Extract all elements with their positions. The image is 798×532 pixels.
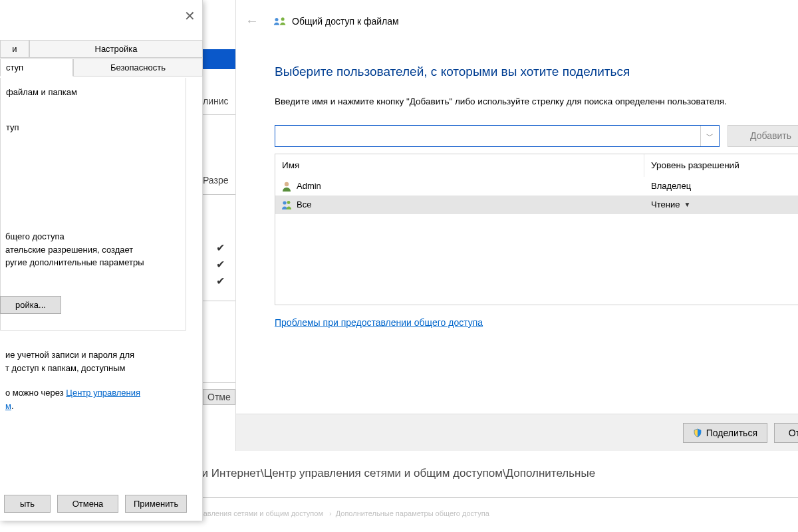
section-password-protect: ие учетной записи и пароля для т доступ … — [0, 348, 190, 412]
dialog-title: Общий доступ к файлам — [292, 16, 399, 27]
person-icon — [281, 180, 293, 192]
svg-point-0 — [275, 18, 279, 21]
dialog-button-row: ыть Отмена Применить — [0, 495, 200, 513]
description-text: Введите имя и нажмите кнопку "Добавить" … — [275, 95, 798, 109]
file-sharing-dialog: ← Общий доступ к файлам Выберите пользов… — [235, 0, 798, 451]
bg-path-fragment: ь и Интернет\Центр управления сетями и о… — [193, 467, 595, 480]
page-title: Выберите пользователей, с которыми вы хо… — [275, 65, 798, 79]
people-icon — [281, 199, 293, 211]
text-fragment: о можно через — [5, 388, 66, 398]
bg-text-fragment: Разре — [203, 175, 229, 186]
divider — [203, 382, 236, 383]
permission-level: Владелец — [651, 181, 691, 191]
cancel-button[interactable]: Отмена — [57, 495, 118, 513]
dialog-body: Выберите пользователей, с которыми вы хо… — [236, 65, 798, 328]
apply-button[interactable]: Применить — [125, 495, 187, 513]
text-fragment: бщего доступа — [0, 230, 190, 243]
user-input-row: ﹀ Добавить — [275, 125, 798, 147]
column-permission[interactable]: Уровень разрешений — [644, 160, 798, 170]
svg-point-1 — [281, 17, 285, 21]
user-name: Admin — [297, 181, 321, 191]
permission-dropdown[interactable]: Чтение ▼ — [644, 200, 798, 209]
svg-point-4 — [287, 201, 291, 204]
tab-row: и Настройка — [0, 40, 203, 58]
breadcrumb-item[interactable]: Дополнительные параметры общего доступа — [336, 509, 489, 517]
share-button[interactable]: Поделиться — [683, 423, 767, 443]
chevron-down-icon: ▼ — [684, 201, 690, 208]
advanced-settings-button[interactable]: ройка... — [0, 296, 61, 314]
close-button[interactable]: ыть — [4, 495, 51, 513]
bg-button-fragment[interactable]: Отме — [203, 389, 235, 405]
dialog-header: ← Общий доступ к файлам — [236, 0, 798, 41]
properties-body: файлам и папкам туп — [0, 78, 186, 331]
dialog-footer: Поделиться От — [236, 414, 798, 451]
bg-text-fragment: линис — [203, 96, 229, 106]
tab-fragment[interactable]: и — [0, 40, 29, 58]
add-button[interactable]: Добавить — [728, 125, 798, 147]
check-icon: ✔ — [216, 241, 225, 254]
permission-level: Чтение — [651, 200, 680, 209]
column-name[interactable]: Имя — [275, 154, 644, 177]
check-icon: ✔ — [216, 275, 225, 287]
shield-icon — [693, 428, 702, 438]
cancel-button[interactable]: От — [774, 423, 798, 443]
text-fragment: ругие дополнительные параметры — [0, 256, 190, 269]
network-center-link[interactable]: Центр управления — [66, 388, 140, 398]
label-fragment: туп — [6, 122, 186, 132]
sharing-icon — [273, 15, 287, 27]
text-fragment: ие учетной записи и пароля для — [0, 348, 190, 362]
share-button-label: Поделиться — [706, 428, 757, 438]
text-fragment: ательские разрешения, создает — [0, 243, 190, 257]
table-row[interactable]: Admin Владелец — [275, 177, 798, 196]
troubleshoot-link[interactable]: Проблемы при предоставлении общего досту… — [275, 317, 483, 328]
properties-panel: ✕ и Настройка ступ Безопасность файлам и… — [0, 0, 203, 521]
user-combobox[interactable]: ﹀ — [275, 125, 720, 147]
svg-point-3 — [283, 201, 286, 204]
divider — [203, 301, 236, 301]
users-table: Имя Уровень разрешений Admin Владелец — [275, 154, 798, 305]
tab-security[interactable]: Безопасность — [73, 59, 203, 76]
section-advanced-sharing: бщего доступа ательские разрешения, созд… — [0, 230, 190, 269]
close-icon[interactable]: ✕ — [184, 8, 196, 24]
divider — [203, 194, 236, 195]
check-icon: ✔ — [216, 258, 225, 271]
table-row[interactable]: Все Чтение ▼ — [275, 196, 798, 214]
tab-sharing[interactable]: ступ — [0, 59, 73, 76]
tab-row: ступ Безопасность — [0, 59, 203, 76]
text-fragment: о можно через Центр управления — [0, 386, 190, 400]
user-name: Все — [297, 200, 311, 209]
divider — [203, 114, 236, 115]
svg-point-2 — [285, 182, 289, 186]
tab-settings[interactable]: Настройка — [29, 40, 203, 58]
label-fragment: файлам и папкам — [6, 87, 186, 97]
chevron-down-icon[interactable]: ﹀ — [700, 126, 719, 146]
back-arrow-icon[interactable]: ← — [245, 13, 264, 29]
network-center-link[interactable]: м — [5, 401, 11, 411]
user-name-input[interactable] — [275, 126, 700, 146]
text-fragment: м. — [0, 400, 190, 413]
text-fragment: т доступ к папкам, доступным — [0, 362, 190, 375]
table-header: Имя Уровень разрешений — [275, 154, 798, 177]
bg-accent — [203, 49, 236, 69]
